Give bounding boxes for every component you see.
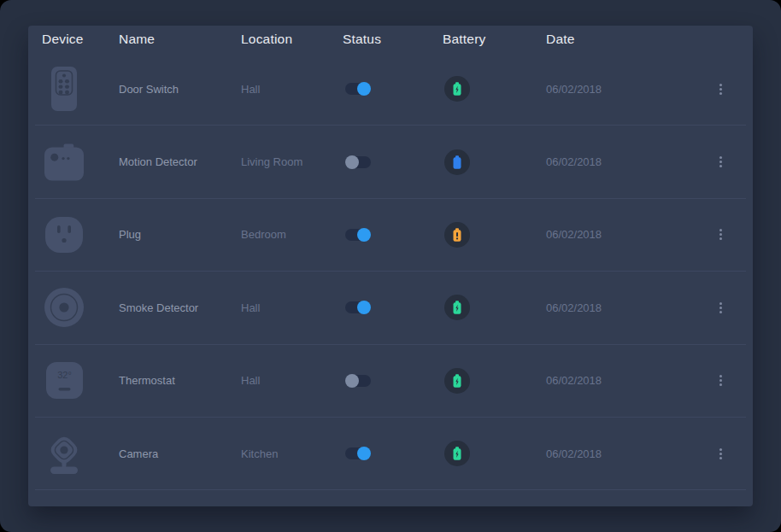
- status-toggle[interactable]: [345, 375, 371, 387]
- row-menu-button[interactable]: [706, 156, 735, 167]
- status-toggle[interactable]: [345, 447, 371, 459]
- plug-icon: [44, 211, 84, 259]
- battery-low-orange-icon: [444, 222, 470, 248]
- device-date: 06/02/2018: [546, 228, 706, 241]
- device-name: Motion Detector: [119, 155, 241, 168]
- row-menu-button[interactable]: [706, 84, 735, 95]
- device-date: 06/02/2018: [546, 301, 706, 314]
- table-header: Device Name Location Status Battery Date: [35, 26, 746, 53]
- device-location: Hall: [241, 374, 343, 387]
- battery-full-blue-icon: [444, 149, 470, 175]
- device-name: Plug: [119, 228, 241, 241]
- table-row: 32° Thermostat Hall 06/02/2018: [35, 345, 746, 418]
- thermostat-icon: 32°: [44, 357, 84, 405]
- device-location: Hall: [241, 301, 343, 314]
- device-name: Door Switch: [119, 83, 241, 96]
- battery-charging-green-icon: [444, 368, 470, 394]
- row-menu-button[interactable]: [706, 229, 735, 240]
- col-header-date: Date: [546, 32, 706, 47]
- remote-icon: [44, 65, 84, 113]
- row-menu-button[interactable]: [706, 302, 735, 313]
- table-row: Motion Detector Living Room 06/02/2018: [35, 126, 746, 198]
- battery-charging-green-icon: [444, 76, 470, 102]
- devices-table-card: Device Name Location Status Battery Date…: [28, 26, 753, 506]
- device-date: 06/02/2018: [546, 447, 706, 460]
- device-name: Thermostat: [119, 374, 241, 387]
- device-location: Kitchen: [241, 447, 343, 460]
- table-row: Door Switch Hall 06/02/2018: [35, 53, 746, 126]
- battery-charging-green-icon: [444, 441, 470, 466]
- battery-charging-green-icon: [444, 295, 470, 320]
- table-row: Smoke Detector Hall 06/02/2018: [35, 272, 746, 344]
- status-toggle[interactable]: [345, 156, 371, 168]
- device-name: Camera: [119, 447, 241, 460]
- smoke-detector-icon: [44, 284, 84, 331]
- device-location: Hall: [241, 83, 343, 96]
- device-date: 06/02/2018: [546, 155, 706, 168]
- status-toggle[interactable]: [345, 229, 371, 241]
- col-header-status: Status: [343, 32, 443, 47]
- table-body: Door Switch Hall 06/02/2018 Motion Detec…: [35, 53, 746, 490]
- app-screen: Device Name Location Status Battery Date…: [0, 0, 781, 532]
- row-menu-button[interactable]: [706, 448, 735, 459]
- table-row: Camera Kitchen 06/02/2018: [35, 418, 746, 490]
- row-menu-button[interactable]: [706, 375, 735, 386]
- status-toggle[interactable]: [345, 83, 371, 95]
- table-row: Plug Bedroom 06/02/2018: [35, 199, 746, 272]
- device-name: Smoke Detector: [119, 301, 241, 314]
- device-location: Bedroom: [241, 228, 343, 241]
- device-date: 06/02/2018: [546, 83, 706, 96]
- col-header-device: Device: [42, 32, 119, 47]
- col-header-battery: Battery: [443, 32, 546, 47]
- svg-text:32°: 32°: [57, 370, 72, 380]
- device-location: Living Room: [241, 155, 343, 168]
- col-header-name: Name: [119, 32, 241, 47]
- device-date: 06/02/2018: [546, 374, 706, 387]
- motion-detector-icon: [44, 138, 84, 186]
- camera-icon: [44, 430, 84, 477]
- col-header-location: Location: [241, 32, 343, 47]
- status-toggle[interactable]: [345, 301, 371, 313]
